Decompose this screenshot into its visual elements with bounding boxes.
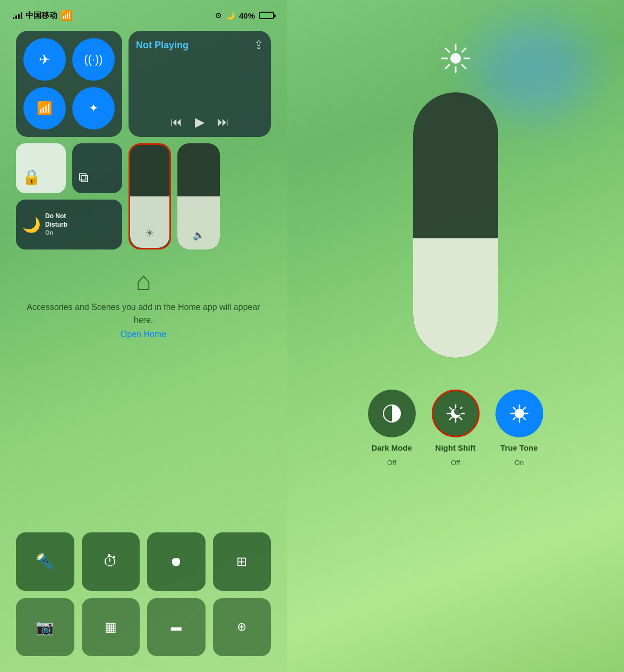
true-tone-label: True Tone	[500, 443, 538, 453]
now-playing-controls: ⏮ ▶ ⏭	[136, 115, 263, 130]
fast-forward-button[interactable]: ⏭	[217, 115, 229, 129]
large-brightness-top	[413, 92, 498, 238]
blue-blur-decoration	[475, 21, 592, 117]
timer-button[interactable]: ⏱	[82, 532, 140, 591]
svg-point-0	[450, 53, 461, 64]
dnd-label: Do Not Disturb	[45, 212, 67, 229]
signal-bar-2	[15, 15, 17, 19]
signal-bar-1	[13, 17, 14, 19]
dnd-icon: 🌙	[22, 216, 41, 234]
large-brightness-slider[interactable]	[413, 92, 498, 358]
qr-scan-button[interactable]: ▦	[82, 598, 140, 657]
bluetooth-button[interactable]: ✦	[72, 87, 115, 130]
battery-pct-label: 40%	[239, 11, 255, 20]
wifi-status-icon: 📶	[61, 10, 72, 21]
signal-bar-3	[18, 14, 20, 19]
battery-indicator	[259, 12, 274, 19]
night-shift-button[interactable]	[432, 390, 480, 437]
rotation-lock-button[interactable]: 🔒	[16, 143, 66, 193]
flashlight-button[interactable]: 🔦	[16, 532, 74, 591]
play-button[interactable]: ▶	[195, 115, 204, 130]
status-right: ⊙ 🌙 40%	[215, 11, 274, 20]
true-tone-status: On	[515, 459, 524, 467]
wifi-button[interactable]: 📶	[23, 87, 66, 130]
true-tone-button[interactable]	[495, 390, 543, 437]
svg-line-6	[462, 65, 466, 68]
display-controls: Dark Mode Off Night	[368, 390, 543, 467]
svg-line-25	[513, 408, 515, 410]
svg-line-7	[462, 48, 466, 52]
volume-slider[interactable]: 🔈	[177, 143, 220, 249]
true-tone-control[interactable]: True Tone On	[495, 390, 543, 467]
calculator-button[interactable]: ⊞	[213, 532, 271, 591]
signal-bar-4	[21, 12, 22, 19]
battery-fill	[261, 13, 266, 18]
airplay-icon[interactable]: ⇪	[254, 38, 263, 52]
dark-mode-label: Dark Mode	[371, 443, 412, 453]
true-tone-icon	[509, 403, 530, 424]
night-shift-control[interactable]: Night Shift Off	[432, 390, 480, 467]
volume-slider-top	[177, 143, 220, 196]
sliders-column: ☀ 🔈	[129, 143, 271, 249]
brightness-slider-top	[130, 145, 169, 196]
do-not-disturb-button[interactable]: 🌙 Do Not Disturb On	[16, 200, 122, 249]
right-panel: Dark Mode Off Night	[287, 0, 624, 672]
rewind-button[interactable]: ⏮	[170, 115, 182, 129]
status-left: 中国移动 📶	[13, 10, 72, 21]
dark-mode-button[interactable]	[368, 390, 416, 437]
dark-mode-control[interactable]: Dark Mode Off	[368, 390, 416, 467]
home-icon: ⌂	[136, 266, 151, 296]
now-playing-header: Not Playing ⇪	[136, 38, 263, 52]
night-shift-icon	[445, 403, 466, 424]
status-bar: 中国移动 📶 ⊙ 🌙 40%	[0, 0, 287, 25]
left-panel: 中国移动 📶 ⊙ 🌙 40% ✈ ((·)) 📶 ✦	[0, 0, 287, 672]
svg-line-28	[513, 417, 515, 419]
middle-row: 🔒 ⧉ 🌙 Do Not Disturb On	[16, 143, 271, 249]
brightness-slider[interactable]: ☀	[129, 143, 171, 249]
night-shift-label: Night Shift	[435, 443, 476, 453]
volume-slider-bottom	[177, 196, 220, 249]
battery-icon	[259, 12, 274, 19]
dark-mode-icon	[381, 403, 403, 424]
svg-line-8	[446, 65, 449, 68]
svg-line-18	[449, 417, 451, 419]
camera-button[interactable]: 📷	[16, 598, 74, 657]
bottom-shortcuts: 🔦 ⏱ ⏺ ⊞ 📷 ▦ ▬ ⊕	[16, 532, 271, 656]
carrier-label: 中国移动	[25, 11, 57, 21]
svg-line-26	[523, 417, 525, 419]
sun-icon-area	[440, 42, 472, 76]
top-small-row: 🔒 ⧉	[16, 143, 122, 193]
now-playing-block[interactable]: Not Playing ⇪ ⏮ ▶ ⏭	[129, 31, 271, 137]
rotation-lock-icon: 🔒	[22, 168, 41, 186]
brightness-icon: ☀	[145, 227, 155, 239]
svg-line-16	[459, 417, 461, 419]
dnd-text: Do Not Disturb On	[45, 212, 67, 236]
open-home-link[interactable]: Open Home	[121, 330, 166, 339]
svg-line-15	[449, 408, 451, 410]
moon-icon: 🌙	[226, 11, 235, 20]
svg-line-27	[523, 408, 525, 410]
battery-widget-button[interactable]: ▬	[147, 598, 206, 657]
svg-point-19	[454, 408, 461, 415]
record-button[interactable]: ⏺	[147, 532, 206, 591]
top-row: ✈ ((·)) 📶 ✦ Not Playing ⇪ ⏮ ▶ ⏭	[16, 31, 271, 137]
svg-line-5	[446, 48, 449, 52]
now-playing-title: Not Playing	[136, 40, 189, 51]
home-description: Accessories and Scenes you add in the Ho…	[16, 301, 271, 326]
widgets-area: ✈ ((·)) 📶 ✦ Not Playing ⇪ ⏮ ▶ ⏭	[16, 31, 271, 344]
connectivity-block[interactable]: ✈ ((·)) 📶 ✦	[16, 31, 122, 137]
airplane-mode-button[interactable]: ✈	[23, 38, 66, 81]
screen-mirror-button[interactable]: ⧉	[72, 143, 122, 193]
dark-mode-status: Off	[387, 459, 396, 467]
night-shift-status: Off	[451, 459, 460, 467]
volume-icon: 🔈	[193, 229, 204, 241]
screen-mirror-icon: ⧉	[79, 169, 89, 186]
brightness-slider-bottom	[130, 196, 169, 248]
screen-record-icon: ⊙	[215, 11, 221, 20]
zoom-button[interactable]: ⊕	[213, 598, 271, 657]
signal-bars	[13, 12, 22, 19]
cellular-button[interactable]: ((·))	[72, 38, 115, 81]
home-section: ⌂ Accessories and Scenes you add in the …	[16, 256, 271, 344]
dnd-status: On	[45, 229, 67, 236]
sun-icon	[440, 42, 472, 74]
